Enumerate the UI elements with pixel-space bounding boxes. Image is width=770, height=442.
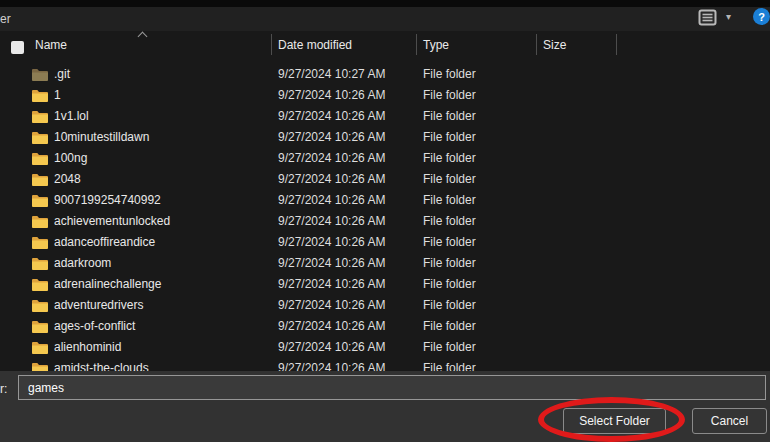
column-header-name[interactable]: Name	[35, 38, 67, 52]
table-row[interactable]: 10minutestilldawn 9/27/2024 10:26 AM Fil…	[0, 127, 770, 148]
file-name: 9007199254740992	[54, 193, 266, 207]
column-resize-handle[interactable]	[416, 34, 417, 55]
folder-icon	[32, 173, 48, 186]
file-type: File folder	[423, 151, 535, 165]
file-type: File folder	[423, 361, 535, 371]
table-row[interactable]: 1 9/27/2024 10:26 AM File folder	[0, 85, 770, 106]
file-name: adanceoffireandice	[54, 235, 266, 249]
file-date-modified: 9/27/2024 10:26 AM	[278, 298, 416, 312]
file-date-modified: 9/27/2024 10:26 AM	[278, 130, 416, 144]
folder-icon	[32, 215, 48, 228]
folder-icon	[32, 341, 48, 354]
file-type: File folder	[423, 319, 535, 333]
table-row[interactable]: 1v1.lol 9/27/2024 10:26 AM File folder	[0, 106, 770, 127]
table-row[interactable]: 9007199254740992 9/27/2024 10:26 AM File…	[0, 190, 770, 211]
file-name: .git	[54, 67, 266, 81]
file-name: adventuredrivers	[54, 298, 266, 312]
file-date-modified: 9/27/2024 10:26 AM	[278, 361, 416, 371]
file-type: File folder	[423, 298, 535, 312]
file-date-modified: 9/27/2024 10:26 AM	[278, 340, 416, 354]
folder-icon	[32, 236, 48, 249]
table-row[interactable]: amidst-the-clouds 9/27/2024 10:26 AM Fil…	[0, 358, 770, 371]
file-type: File folder	[423, 88, 535, 102]
file-type: File folder	[423, 172, 535, 186]
file-name: ages-of-conflict	[54, 319, 266, 333]
folder-picker-dialog: er ▾ ? Name Date modified Type Size	[0, 0, 770, 442]
question-mark-icon: ?	[758, 11, 765, 23]
table-row[interactable]: adventuredrivers 9/27/2024 10:26 AM File…	[0, 295, 770, 316]
file-name: achievementunlocked	[54, 214, 266, 228]
help-button[interactable]: ?	[753, 8, 770, 25]
table-row[interactable]: ages-of-conflict 9/27/2024 10:26 AM File…	[0, 316, 770, 337]
file-type: File folder	[423, 109, 535, 123]
column-header-size[interactable]: Size	[543, 38, 566, 52]
column-resize-handle[interactable]	[271, 34, 272, 55]
dialog-toolbar: er ▾ ?	[0, 7, 770, 31]
folder-icon	[32, 278, 48, 291]
folder-icon	[32, 194, 48, 207]
file-date-modified: 9/27/2024 10:26 AM	[278, 193, 416, 207]
folder-icon	[32, 362, 48, 371]
file-date-modified: 9/27/2024 10:26 AM	[278, 151, 416, 165]
chevron-down-icon: ▾	[726, 11, 731, 22]
file-list: .git 9/27/2024 10:27 AM File folder 1 9/…	[0, 64, 770, 371]
file-date-modified: 9/27/2024 10:26 AM	[278, 88, 416, 102]
dialog-footer: r: Select Folder Cancel	[0, 371, 770, 442]
file-date-modified: 9/27/2024 10:26 AM	[278, 172, 416, 186]
folder-icon	[32, 299, 48, 312]
file-date-modified: 9/27/2024 10:26 AM	[278, 109, 416, 123]
file-date-modified: 9/27/2024 10:26 AM	[278, 256, 416, 270]
folder-icon	[32, 131, 48, 144]
table-row[interactable]: adrenalinechallenge 9/27/2024 10:26 AM F…	[0, 274, 770, 295]
file-type: File folder	[423, 277, 535, 291]
file-name: 2048	[54, 172, 266, 186]
folder-icon	[32, 320, 48, 333]
file-name: alienhominid	[54, 340, 266, 354]
file-date-modified: 9/27/2024 10:26 AM	[278, 277, 416, 291]
column-header-type[interactable]: Type	[423, 38, 449, 52]
file-type: File folder	[423, 340, 535, 354]
dialog-title-fragment: er	[0, 12, 11, 26]
folder-input-label-fragment: r:	[0, 382, 7, 396]
table-row[interactable]: 100ng 9/27/2024 10:26 AM File folder	[0, 148, 770, 169]
file-name: amidst-the-clouds	[54, 361, 266, 371]
folder-name-input[interactable]	[18, 375, 766, 400]
file-name: 10minutestilldawn	[54, 130, 266, 144]
select-all-checkbox[interactable]	[11, 41, 24, 54]
file-type: File folder	[423, 67, 535, 81]
sort-ascending-icon	[138, 32, 148, 42]
cancel-button[interactable]: Cancel	[692, 408, 767, 434]
folder-icon	[32, 110, 48, 123]
column-resize-handle[interactable]	[536, 34, 537, 55]
file-date-modified: 9/27/2024 10:26 AM	[278, 214, 416, 228]
view-mode-button[interactable]: ▾	[697, 8, 741, 29]
table-row[interactable]: adarkroom 9/27/2024 10:26 AM File folder	[0, 253, 770, 274]
details-view-icon	[698, 9, 717, 26]
folder-icon	[32, 89, 48, 102]
select-folder-button[interactable]: Select Folder	[563, 408, 666, 434]
file-name: adarkroom	[54, 256, 266, 270]
file-date-modified: 9/27/2024 10:27 AM	[278, 67, 416, 81]
list-column-header: Name Date modified Type Size	[0, 31, 770, 58]
titlebar-strip	[0, 0, 770, 7]
table-row[interactable]: 2048 9/27/2024 10:26 AM File folder	[0, 169, 770, 190]
file-date-modified: 9/27/2024 10:26 AM	[278, 235, 416, 249]
column-header-date-modified[interactable]: Date modified	[278, 38, 352, 52]
file-name: 1	[54, 88, 266, 102]
table-row[interactable]: achievementunlocked 9/27/2024 10:26 AM F…	[0, 211, 770, 232]
file-type: File folder	[423, 256, 535, 270]
file-type: File folder	[423, 235, 535, 249]
file-date-modified: 9/27/2024 10:26 AM	[278, 319, 416, 333]
column-resize-handle[interactable]	[616, 34, 617, 55]
table-row[interactable]: alienhominid 9/27/2024 10:26 AM File fol…	[0, 337, 770, 358]
folder-icon	[32, 257, 48, 270]
file-type: File folder	[423, 214, 535, 228]
table-row[interactable]: adanceoffireandice 9/27/2024 10:26 AM Fi…	[0, 232, 770, 253]
file-name: adrenalinechallenge	[54, 277, 266, 291]
file-name: 1v1.lol	[54, 109, 266, 123]
folder-icon	[32, 152, 48, 165]
file-type: File folder	[423, 130, 535, 144]
file-type: File folder	[423, 193, 535, 207]
folder-icon	[32, 68, 48, 81]
table-row[interactable]: .git 9/27/2024 10:27 AM File folder	[0, 64, 770, 85]
